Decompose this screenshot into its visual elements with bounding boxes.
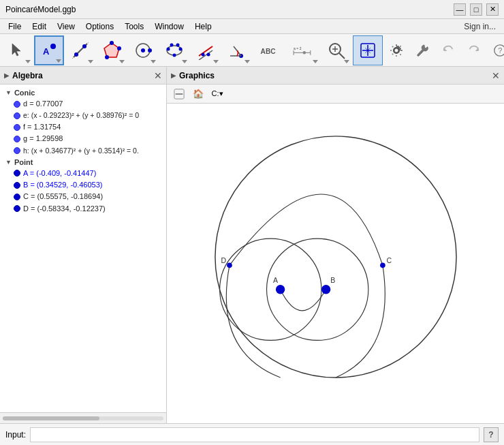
algebra-header: ▶ Algebra ✕ — [0, 67, 166, 85]
slider-dropdown — [313, 60, 318, 63]
svg-point-10 — [105, 55, 109, 59]
item-dot-D — [14, 205, 20, 212]
svg-point-9 — [117, 46, 121, 50]
point-dropdown — [56, 59, 61, 63]
zoom-dropdown — [344, 60, 349, 63]
menubar: File Edit View Options Tools Window Help… — [0, 19, 504, 34]
help-icon: ? — [493, 44, 504, 57]
menu-help[interactable]: Help — [189, 20, 217, 33]
svg-point-39 — [394, 48, 399, 52]
maximize-button[interactable]: □ — [470, 3, 482, 16]
item-label-e: e: (x - 0.29223)² + (y + 0.38976)² = 0 — [23, 110, 139, 121]
angle-tool[interactable] — [222, 35, 252, 65]
zoom-tool[interactable] — [321, 35, 351, 65]
graphics-close-button[interactable]: ✕ — [492, 70, 500, 81]
point-A-dot[interactable] — [276, 285, 285, 294]
svg-point-8 — [110, 41, 114, 45]
minimize-button[interactable]: — — [454, 3, 466, 16]
item-label-C: C = (0.55575, -0.18694) — [23, 191, 103, 202]
algebra-item-h[interactable]: h: (x + 0.34677)² + (y + 0.3514)² = 0. — [0, 145, 166, 157]
algebra-item-C[interactable]: C = (0.55575, -0.18694) — [0, 191, 166, 202]
parallel-tool[interactable] — [191, 35, 221, 65]
algebra-item-B[interactable]: B = (0.34529, -0.46053) — [0, 179, 166, 191]
menu-tools[interactable]: Tools — [119, 20, 149, 33]
algebra-item-f[interactable]: f = 1.31754 — [0, 121, 166, 133]
algebra-item-e[interactable]: e: (x - 0.29223)² + (y + 0.38976)² = 0 — [0, 110, 166, 121]
point-group-label[interactable]: Point — [0, 157, 166, 168]
conic-tool[interactable] — [159, 35, 189, 65]
point-B-dot[interactable] — [321, 285, 330, 294]
menu-file[interactable]: File — [3, 20, 27, 33]
algebra-item-d[interactable]: d = 0.77007 — [0, 98, 166, 110]
item-dot-B — [14, 182, 20, 189]
svg-text:a = 2: a = 2 — [294, 46, 302, 50]
graphics-home-button[interactable]: 🏠 — [190, 87, 206, 102]
point-icon: A — [40, 41, 59, 60]
settings-button[interactable] — [384, 38, 409, 63]
undo-button[interactable] — [436, 38, 460, 63]
settings-icon — [389, 43, 404, 58]
item-label-d: d = 0.77007 — [23, 99, 63, 109]
zoom-icon — [327, 41, 346, 60]
algebra-item-A[interactable]: A = (-0.409, -0.41447) — [0, 168, 166, 179]
menu-window[interactable]: Window — [149, 20, 189, 33]
menu-edit[interactable]: Edit — [27, 20, 52, 33]
slider-icon: a = 2 — [293, 41, 312, 60]
algebra-item-g[interactable]: g = 1.29598 — [0, 133, 166, 144]
svg-point-47 — [215, 136, 456, 378]
input-field[interactable] — [30, 427, 479, 442]
item-label-D: D = (-0.58334, -0.12237) — [23, 204, 106, 214]
conic-icon — [165, 41, 184, 60]
algebra-scrollbar[interactable] — [0, 412, 166, 423]
scrollbar-thumb[interactable] — [3, 416, 99, 420]
polygon-icon — [102, 41, 121, 60]
svg-text:ABC: ABC — [261, 48, 277, 55]
item-label-A: A = (-0.409, -0.41447) — [23, 168, 96, 179]
svg-point-12 — [141, 48, 145, 52]
point-C-dot[interactable] — [380, 263, 385, 268]
graphics-title: Graphics — [179, 71, 215, 80]
svg-point-15 — [167, 47, 170, 50]
point-D-dot[interactable] — [227, 263, 232, 268]
algebra-close-button[interactable]: ✕ — [154, 70, 162, 81]
item-label-B: B = (0.34529, -0.46053) — [23, 180, 103, 190]
signin-link[interactable]: Sign in... — [464, 22, 501, 31]
move-graphics-icon — [358, 41, 377, 60]
graphics-toolbar: 🏠 C:▾ — [167, 85, 504, 104]
input-help-button[interactable]: ? — [484, 427, 499, 442]
text-tool[interactable]: ABC — [253, 35, 283, 65]
graphics-canvas[interactable]: D C A B — [167, 104, 504, 423]
main-content: ▶ Algebra ✕ Conic d = 0.77007 e: (x - 0.… — [0, 67, 504, 423]
angle-icon — [227, 41, 247, 60]
titlebar-controls: — □ ✕ — [454, 3, 499, 16]
redo-button[interactable] — [462, 38, 486, 63]
graphics-c-dropdown[interactable]: C:▾ — [209, 87, 225, 102]
line-icon — [71, 41, 90, 60]
title-text: PoincaréModel.ggb — [5, 5, 76, 14]
algebra-item-D[interactable]: D = (-0.58334, -0.12237) — [0, 203, 166, 215]
point-tool[interactable]: A — [34, 35, 64, 65]
polygon-tool[interactable] — [97, 35, 127, 65]
move-graphics-tool[interactable] — [353, 35, 383, 65]
algebra-panel: ▶ Algebra ✕ Conic d = 0.77007 e: (x - 0.… — [0, 67, 167, 423]
conic-group-label[interactable]: Conic — [0, 87, 166, 98]
item-dot-A — [14, 170, 20, 177]
pointer-tool[interactable] — [3, 35, 33, 65]
help-toolbar-button[interactable]: ? — [488, 38, 504, 63]
menu-view[interactable]: View — [52, 20, 80, 33]
pointer-icon — [8, 41, 27, 60]
item-dot-h — [14, 147, 20, 154]
item-dot-e — [14, 112, 20, 119]
line-tool[interactable] — [65, 35, 95, 65]
svg-text:A: A — [43, 46, 50, 57]
circle-tool[interactable] — [128, 35, 158, 65]
menu-options[interactable]: Options — [80, 20, 119, 33]
slider-tool[interactable]: a = 2 — [285, 35, 320, 65]
graphics-arrow-button[interactable] — [171, 87, 187, 102]
wrench-button[interactable] — [410, 38, 435, 63]
graphics-header: ▶ Graphics ✕ — [167, 67, 504, 85]
svg-text:?: ? — [498, 46, 502, 54]
circle-dropdown — [151, 60, 156, 63]
line-dropdown — [88, 60, 93, 63]
close-button[interactable]: ✕ — [486, 3, 499, 16]
